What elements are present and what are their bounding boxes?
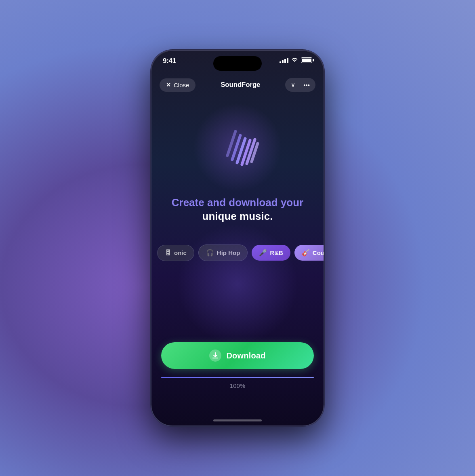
close-label: Close xyxy=(174,82,189,88)
rnb-icon: 🎤 xyxy=(259,249,267,257)
home-indicator xyxy=(213,419,262,421)
genre-chip-country[interactable]: 🎸 Country xyxy=(294,245,324,261)
hiphop-icon: 🎧 xyxy=(206,249,214,257)
signal-bar-4 xyxy=(287,58,288,63)
bg-glow xyxy=(177,223,298,345)
chevron-down-icon[interactable]: ∨ xyxy=(291,81,295,88)
genre-label-rnb: R&B xyxy=(270,249,283,256)
signal-bars-icon xyxy=(280,57,288,63)
status-icons xyxy=(280,57,312,63)
wifi-icon xyxy=(291,57,298,63)
progress-bar-track xyxy=(161,377,314,378)
progress-area: 100% xyxy=(161,377,314,389)
download-arrow-icon xyxy=(212,352,219,359)
close-button[interactable]: ✕ Close xyxy=(160,78,195,92)
dynamic-island xyxy=(213,56,262,71)
more-options-icon[interactable]: ••• xyxy=(303,82,310,88)
signal-bar-3 xyxy=(284,59,286,63)
genre-chip-electronic[interactable]: 🎛 onic xyxy=(157,245,194,261)
progress-text: 100% xyxy=(161,382,314,389)
tagline-line1: Create and download your xyxy=(168,196,307,210)
phone-frame: 9:41 ✕ Close SoundForge ∨ xyxy=(151,50,324,426)
download-button[interactable]: Download xyxy=(161,342,314,369)
genre-label-country: Country xyxy=(313,249,324,256)
battery-fill xyxy=(302,59,311,62)
genre-label-electronic: onic xyxy=(174,249,187,256)
top-bar: ✕ Close SoundForge ∨ ••• xyxy=(151,75,324,95)
top-right-controls: ∨ ••• xyxy=(285,78,315,92)
progress-bar-fill xyxy=(161,377,314,378)
app-title: SoundForge xyxy=(195,81,285,89)
genre-row: 🎛 onic 🎧 Hip Hop 🎤 R&B 🎸 Country xyxy=(151,244,324,261)
status-time: 9:41 xyxy=(163,57,176,65)
download-label: Download xyxy=(226,351,265,360)
battery-icon xyxy=(301,57,312,63)
app-logo xyxy=(205,115,270,180)
genre-label-hiphop: Hip Hop xyxy=(217,249,240,256)
genre-chip-hiphop[interactable]: 🎧 Hip Hop xyxy=(198,244,248,261)
signal-bar-2 xyxy=(282,60,284,63)
genre-chip-rnb[interactable]: 🎤 R&B xyxy=(252,245,290,261)
tagline: Create and download your unique music. xyxy=(151,196,324,223)
tagline-line2: unique music. xyxy=(168,210,307,223)
signal-bar-1 xyxy=(280,61,281,63)
close-x-icon: ✕ xyxy=(166,82,171,88)
electronic-icon: 🎛 xyxy=(165,249,171,257)
download-icon-circle xyxy=(209,350,221,362)
soundforge-logo-icon xyxy=(209,119,266,176)
country-icon: 🎸 xyxy=(302,249,310,257)
